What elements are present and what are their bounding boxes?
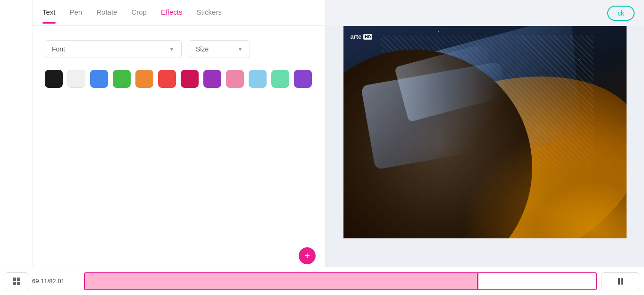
- size-dropdown[interactable]: Size ▼: [189, 40, 250, 58]
- hd-badge: HD: [363, 34, 372, 40]
- color-swatch-orange[interactable]: [135, 70, 153, 88]
- timeline-track[interactable]: [84, 272, 597, 290]
- color-swatch-mint[interactable]: [271, 70, 289, 88]
- space-scene: arte HD: [343, 26, 627, 238]
- tab-text[interactable]: Text: [42, 8, 56, 18]
- timeline-track-bg: [84, 272, 597, 290]
- left-sidebar: [0, 0, 33, 267]
- color-swatch-white[interactable]: [67, 70, 85, 88]
- grid-view-button[interactable]: [5, 272, 28, 290]
- video-watermark: arte HD: [351, 33, 373, 40]
- color-swatch-violet[interactable]: [294, 70, 312, 88]
- color-swatch-green[interactable]: [113, 70, 131, 88]
- color-swatch-red[interactable]: [158, 70, 176, 88]
- color-swatch-black[interactable]: [45, 70, 63, 88]
- time-display: 69.11/82.01: [32, 278, 79, 285]
- timeline-unfilled: [478, 273, 596, 289]
- font-size-row: Font ▼ Size ▼: [45, 40, 313, 58]
- video-container: arte HD: [343, 26, 627, 238]
- color-swatch-blue[interactable]: [90, 70, 108, 88]
- timeline-filled: [85, 273, 478, 289]
- video-thumbnail: arte HD: [343, 26, 627, 238]
- timeline-controls-right: [602, 272, 639, 290]
- preview-top-bar: ck: [326, 0, 644, 26]
- tab-effects[interactable]: Effects: [161, 8, 183, 18]
- timeline-playhead: [477, 273, 478, 289]
- tab-bar: Text Pen Rotate Crop Effects Stickers: [33, 0, 325, 26]
- color-swatch-pink[interactable]: [226, 70, 244, 88]
- tool-content: Font ▼ Size ▼: [33, 26, 325, 248]
- tab-crop[interactable]: Crop: [131, 8, 147, 18]
- color-swatches: [45, 70, 313, 88]
- pause-icon: [618, 278, 623, 285]
- size-chevron-icon: ▼: [237, 46, 243, 52]
- pause-button[interactable]: [602, 272, 639, 290]
- timeline-bar: 69.11/82.01: [0, 267, 644, 295]
- font-chevron-icon: ▼: [169, 46, 175, 52]
- timeline-controls-left: 69.11/82.01: [5, 272, 79, 290]
- add-clip-button[interactable]: +: [299, 247, 316, 264]
- tab-stickers[interactable]: Stickers: [197, 8, 222, 18]
- font-dropdown[interactable]: Font ▼: [45, 40, 182, 58]
- color-swatch-dark-red[interactable]: [181, 70, 199, 88]
- tool-panel: Text Pen Rotate Crop Effects Stickers: [33, 0, 326, 267]
- tab-rotate[interactable]: Rotate: [96, 8, 117, 18]
- tab-pen[interactable]: Pen: [70, 8, 83, 18]
- back-button[interactable]: ck: [607, 6, 635, 21]
- preview-area: ck: [326, 0, 644, 267]
- grid-icon: [13, 278, 20, 285]
- color-swatch-purple[interactable]: [203, 70, 221, 88]
- color-swatch-light-blue[interactable]: [249, 70, 267, 88]
